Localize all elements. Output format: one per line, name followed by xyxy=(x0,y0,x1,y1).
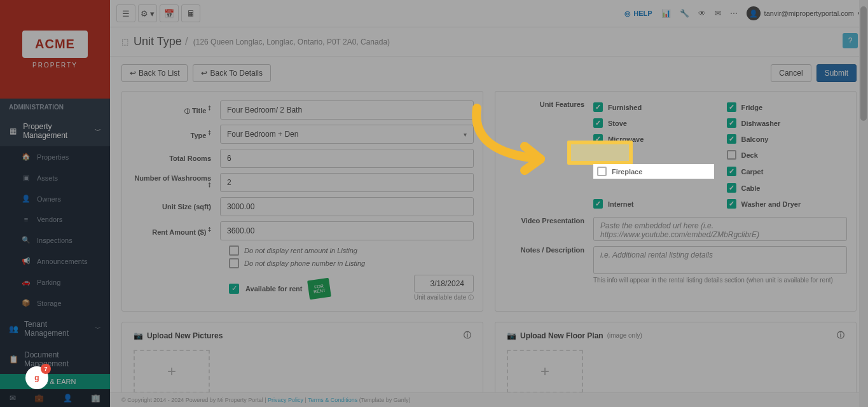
footer: © Copyright 2014 - 2024 Powered by Mi Pr… xyxy=(110,392,868,407)
terms-link[interactable]: Terms & Conditions xyxy=(308,397,357,403)
footer-copyright: © Copyright 2014 - 2024 Powered by Mi Pr… xyxy=(121,397,263,403)
brand-logo: ACME xyxy=(22,31,88,58)
pictures-dropzone[interactable]: + xyxy=(134,350,210,393)
eye-icon[interactable]: 👁 xyxy=(698,9,706,18)
help-button[interactable]: ◎HELP xyxy=(624,10,652,18)
box-icon: ▣ xyxy=(22,174,31,182)
topbar: ☰ ⚙ ▾ 📅 🖩 ◎HELP 📊 🔧 👁 ✉ ⋯ 👤 tanvir@mipro… xyxy=(110,0,868,27)
features-label: Unit Features xyxy=(504,100,593,108)
calendar-button[interactable]: 📅 xyxy=(160,4,179,22)
grid-icon: ▦ xyxy=(9,127,17,135)
nav-vendors[interactable]: ≡Vendors xyxy=(0,209,110,230)
privacy-link[interactable]: Privacy Policy xyxy=(268,397,303,403)
info-icon[interactable]: ⓘ xyxy=(464,330,471,341)
type-select[interactable]: Four Bedroom + Den▾ xyxy=(220,125,474,144)
notification-count: 7 xyxy=(41,364,51,374)
footer-template: (Template by Ganly) xyxy=(359,397,411,403)
feature-checkbox[interactable]: ✓ xyxy=(727,118,736,128)
nav-owners[interactable]: 👤Owners xyxy=(0,188,110,209)
feature-checkbox[interactable]: ✓ xyxy=(727,102,736,112)
back-to-list-button[interactable]: ↩Back To List xyxy=(121,64,188,82)
available-checkbox[interactable]: ✓ xyxy=(229,284,239,294)
notes-label: Notes / Description xyxy=(504,246,593,254)
wrench-icon[interactable]: 🔧 xyxy=(680,9,689,18)
calculator-button[interactable]: 🖩 xyxy=(181,4,200,22)
g-badge[interactable]: g7 xyxy=(25,366,48,389)
nav-storage[interactable]: 📦Storage xyxy=(0,293,110,314)
more-icon[interactable]: ⋯ xyxy=(730,9,738,18)
feature-checkbox[interactable]: ✓ xyxy=(593,102,603,112)
nav-label: Parking xyxy=(37,279,60,286)
search-icon: 🔍 xyxy=(22,236,31,244)
feature-label: Microwave xyxy=(608,135,644,143)
feature-checkbox[interactable]: ✓ xyxy=(593,199,603,209)
feature-item-balcony: ✓Balcony xyxy=(727,132,848,146)
type-label: Type ‡ xyxy=(131,130,220,139)
feature-label: Washer and Dryer xyxy=(741,200,801,208)
nav-assets[interactable]: ▣Assets xyxy=(0,167,110,188)
rooms-input[interactable] xyxy=(220,149,474,168)
person-icon[interactable]: 👤 xyxy=(63,394,72,403)
feature-checkbox[interactable] xyxy=(597,167,607,176)
nav-label: Storage xyxy=(37,300,62,307)
hide-rent-label: Do not display rent amount in Listing xyxy=(244,247,357,254)
refer-earn-banner[interactable]: FER & EARN xyxy=(0,374,110,389)
help-question-button[interactable]: ? xyxy=(843,33,858,48)
title-input[interactable] xyxy=(220,100,474,120)
scrollbar-thumb[interactable] xyxy=(860,6,867,121)
user-menu[interactable]: 👤 tanvir@mipropertyportal.com ▾ xyxy=(747,6,862,20)
feature-label: Fireplace xyxy=(612,168,642,176)
nav-label: Document Management xyxy=(24,350,101,368)
menu-toggle-button[interactable]: ☰ xyxy=(116,4,135,22)
feature-checkbox[interactable]: ✓ xyxy=(727,134,736,144)
upload-floorplan-note: (image only) xyxy=(607,332,642,339)
feature-checkbox[interactable]: ✓ xyxy=(727,167,736,176)
building-icon[interactable]: 🏢 xyxy=(91,394,100,403)
nav-announcements[interactable]: 📢Announcements xyxy=(0,251,110,272)
select-value: Four Bedroom + Den xyxy=(227,130,298,139)
feature-item-dishwasher: ✓Dishwasher xyxy=(727,116,848,130)
main-content: ☰ ⚙ ▾ 📅 🖩 ◎HELP 📊 🔧 👁 ✉ ⋯ 👤 tanvir@mipro… xyxy=(110,0,868,407)
nav-tenant-management[interactable]: 👥 Tenant Management ﹀ xyxy=(0,314,110,344)
feature-checkbox[interactable]: ✓ xyxy=(593,134,603,144)
envelope-icon[interactable]: ✉ xyxy=(715,9,721,18)
video-url-input[interactable]: Paste the embedded url here (i.e. https:… xyxy=(593,217,847,241)
action-row: ↩Back To List ↩Back To Details Cancel Su… xyxy=(121,64,857,82)
washrooms-input[interactable] xyxy=(220,173,474,192)
unit-features-panel: Unit Features ✓Furnished✓Fridge✓Stove✓Di… xyxy=(495,91,857,312)
floorplan-dropzone[interactable]: + xyxy=(507,350,583,393)
nav-document-management[interactable]: 📋Document Management xyxy=(0,344,110,375)
scrollbar[interactable] xyxy=(859,0,868,407)
nav-section-header: ADMINISTRATION xyxy=(0,99,110,116)
chart-icon[interactable]: 📊 xyxy=(661,9,671,18)
feature-checkbox[interactable]: ✓ xyxy=(727,199,736,209)
info-icon[interactable]: ⓘ xyxy=(837,330,844,341)
user-icon: 👤 xyxy=(22,195,31,203)
nav-parking[interactable]: 🚗Parking xyxy=(0,272,110,293)
breadcrumb-address: (126 Queen Longlac, Longlac, Ontario, P0… xyxy=(193,38,390,46)
notes-input[interactable]: i.e. Additional rental listing details xyxy=(593,246,847,274)
submit-button[interactable]: Submit xyxy=(816,64,857,82)
chevron-down-icon: ﹀ xyxy=(95,127,101,135)
nav-inspections[interactable]: 🔍Inspections xyxy=(0,230,110,251)
feature-checkbox[interactable] xyxy=(727,150,736,160)
size-input[interactable] xyxy=(220,197,474,216)
nav-property-management[interactable]: ▦ Property Management ﹀ xyxy=(0,116,110,146)
mail-icon[interactable]: ✉ xyxy=(10,394,16,403)
feature-checkbox[interactable]: ✓ xyxy=(727,183,736,193)
rent-label: Rent Amount ($) ‡ xyxy=(131,226,220,236)
feature-item-fridge: ✓Fridge xyxy=(727,100,848,114)
feature-checkbox[interactable]: ✓ xyxy=(593,118,603,128)
back-to-details-button[interactable]: ↩Back To Details xyxy=(193,64,270,82)
hide-phone-checkbox[interactable] xyxy=(229,258,239,268)
hide-rent-checkbox[interactable] xyxy=(229,245,239,256)
cancel-button[interactable]: Cancel xyxy=(771,64,811,82)
gear-button[interactable]: ⚙ ▾ xyxy=(138,4,157,22)
available-date-input[interactable]: 3/18/2024 xyxy=(414,275,474,293)
rent-input[interactable] xyxy=(220,221,474,240)
briefcase-icon[interactable]: 💼 xyxy=(34,394,44,403)
washrooms-label: Number of Washrooms ‡ xyxy=(131,174,220,191)
feature-item-internet: ✓Internet xyxy=(593,197,714,210)
feature-item-furnished: ✓Furnished xyxy=(593,100,714,114)
nav-properties[interactable]: 🏠Properties xyxy=(0,146,110,167)
